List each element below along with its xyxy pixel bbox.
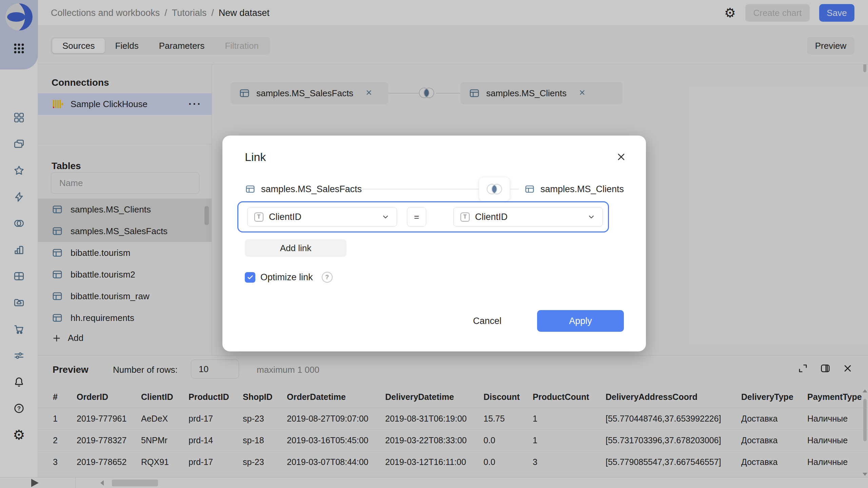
modal-footer: Cancel Apply [222,310,646,332]
join-line [510,189,519,189]
help-question-icon[interactable]: ? [322,272,333,283]
chevron-down-icon [381,212,390,221]
app-root: Collections and workbooks / Tutorials / … [0,0,868,488]
operator-button[interactable]: = [407,207,426,227]
join-type-button[interactable] [479,177,510,201]
link-modal: Link samples.MS_SalesFacts samples.MS_Cl… [222,136,646,351]
string-type-icon: T [460,212,470,222]
apply-button[interactable]: Apply [537,310,624,332]
left-field-value: ClientID [269,212,381,222]
right-field-value: ClientID [475,212,587,222]
optimize-link-label: Optimize link [260,272,313,283]
modal-close-icon[interactable] [616,152,626,162]
add-link-button[interactable]: Add link [245,239,347,257]
check-icon [246,273,254,281]
link-condition-row: T ClientID = T ClientID [237,201,609,232]
join-line [362,189,479,189]
chevron-down-icon [587,212,596,221]
string-type-icon: T [254,212,263,222]
cancel-button[interactable]: Cancel [463,310,511,332]
modal-right-table-name: samples.MS_Clients [540,184,624,195]
modal-left-table-name: samples.MS_SalesFacts [261,184,362,195]
table-icon [245,184,256,195]
optimize-link-row: Optimize link ? [245,272,333,283]
table-icon [524,184,535,195]
inner-join-venn-icon [485,182,504,197]
modal-join-row: samples.MS_SalesFacts samples.MS_Clients [245,177,624,201]
right-field-select[interactable]: T ClientID [453,207,603,227]
left-field-select[interactable]: T ClientID [247,207,397,227]
modal-title: Link [245,150,266,164]
optimize-link-checkbox[interactable] [245,272,255,283]
